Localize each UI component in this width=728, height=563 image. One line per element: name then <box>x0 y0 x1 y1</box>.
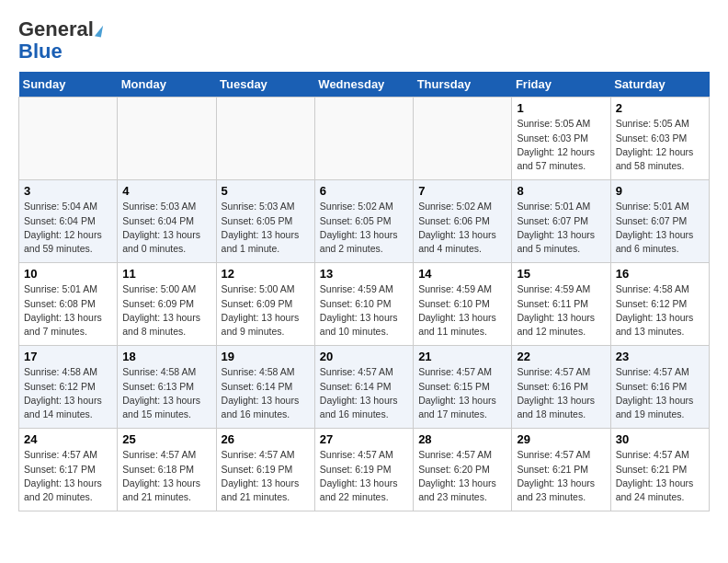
calendar-cell <box>216 98 314 180</box>
calendar-cell: 27Sunrise: 4:57 AM Sunset: 6:19 PM Dayli… <box>314 429 413 511</box>
day-info: Sunrise: 4:57 AM Sunset: 6:14 PM Dayligh… <box>320 365 408 421</box>
calendar-cell: 1Sunrise: 5:05 AM Sunset: 6:03 PM Daylig… <box>512 98 610 180</box>
calendar-cell: 25Sunrise: 4:57 AM Sunset: 6:18 PM Dayli… <box>118 429 216 511</box>
calendar-cell: 12Sunrise: 5:00 AM Sunset: 6:09 PM Dayli… <box>216 263 314 346</box>
day-info: Sunrise: 5:04 AM Sunset: 6:04 PM Dayligh… <box>24 200 112 256</box>
weekday-header: Sunday <box>19 72 118 98</box>
calendar-cell: 11Sunrise: 5:00 AM Sunset: 6:09 PM Dayli… <box>118 263 216 346</box>
weekday-header: Friday <box>512 72 610 98</box>
calendar-cell: 2Sunrise: 5:05 AM Sunset: 6:03 PM Daylig… <box>610 98 709 180</box>
weekday-header: Saturday <box>610 72 709 98</box>
day-number: 2 <box>616 101 704 115</box>
day-number: 12 <box>222 267 310 281</box>
calendar-cell: 8Sunrise: 5:01 AM Sunset: 6:07 PM Daylig… <box>512 180 610 263</box>
day-number: 17 <box>24 350 112 363</box>
day-number: 29 <box>517 432 605 446</box>
day-info: Sunrise: 5:05 AM Sunset: 6:03 PM Dayligh… <box>616 117 704 173</box>
day-info: Sunrise: 4:58 AM Sunset: 6:12 PM Dayligh… <box>616 282 704 339</box>
calendar-cell: 21Sunrise: 4:57 AM Sunset: 6:15 PM Dayli… <box>414 346 512 429</box>
calendar-cell: 16Sunrise: 4:58 AM Sunset: 6:12 PM Dayli… <box>610 263 709 346</box>
logo-general: General <box>18 18 102 40</box>
calendar-cell <box>19 98 118 180</box>
day-number: 9 <box>616 184 704 198</box>
calendar-cell: 7Sunrise: 5:02 AM Sunset: 6:06 PM Daylig… <box>414 180 512 263</box>
calendar-cell: 28Sunrise: 4:57 AM Sunset: 6:20 PM Dayli… <box>414 429 512 511</box>
calendar-cell: 20Sunrise: 4:57 AM Sunset: 6:14 PM Dayli… <box>314 346 413 429</box>
calendar-cell <box>314 98 413 180</box>
weekday-header: Wednesday <box>314 72 413 98</box>
day-info: Sunrise: 5:05 AM Sunset: 6:03 PM Dayligh… <box>517 117 605 173</box>
day-number: 24 <box>24 432 112 446</box>
calendar-cell: 29Sunrise: 4:57 AM Sunset: 6:21 PM Dayli… <box>512 429 610 511</box>
day-number: 22 <box>517 350 605 363</box>
calendar-cell <box>414 98 512 180</box>
day-number: 6 <box>320 184 408 198</box>
page-header: General Blue <box>18 18 710 63</box>
day-info: Sunrise: 4:59 AM Sunset: 6:11 PM Dayligh… <box>517 282 605 339</box>
calendar-cell: 24Sunrise: 4:57 AM Sunset: 6:17 PM Dayli… <box>19 429 118 511</box>
day-number: 25 <box>122 432 210 446</box>
weekday-header: Tuesday <box>216 72 314 98</box>
day-info: Sunrise: 4:57 AM Sunset: 6:16 PM Dayligh… <box>517 365 605 421</box>
calendar-table: SundayMondayTuesdayWednesdayThursdayFrid… <box>18 72 710 511</box>
day-info: Sunrise: 4:58 AM Sunset: 6:13 PM Dayligh… <box>122 365 210 421</box>
day-number: 18 <box>122 350 210 363</box>
day-number: 19 <box>222 350 310 363</box>
day-number: 13 <box>320 267 408 281</box>
day-info: Sunrise: 4:57 AM Sunset: 6:15 PM Dayligh… <box>418 365 506 421</box>
day-number: 7 <box>418 184 506 198</box>
calendar-cell <box>118 98 216 180</box>
calendar-cell: 15Sunrise: 4:59 AM Sunset: 6:11 PM Dayli… <box>512 263 610 346</box>
day-number: 28 <box>418 432 506 446</box>
day-info: Sunrise: 4:58 AM Sunset: 6:14 PM Dayligh… <box>222 365 310 421</box>
calendar-cell: 17Sunrise: 4:58 AM Sunset: 6:12 PM Dayli… <box>19 346 118 429</box>
calendar-cell: 23Sunrise: 4:57 AM Sunset: 6:16 PM Dayli… <box>610 346 709 429</box>
day-number: 20 <box>320 350 408 363</box>
calendar-cell: 4Sunrise: 5:03 AM Sunset: 6:04 PM Daylig… <box>118 180 216 263</box>
day-number: 4 <box>122 184 210 198</box>
day-info: Sunrise: 5:00 AM Sunset: 6:09 PM Dayligh… <box>222 282 310 339</box>
day-info: Sunrise: 5:01 AM Sunset: 6:08 PM Dayligh… <box>24 282 112 339</box>
calendar-cell: 19Sunrise: 4:58 AM Sunset: 6:14 PM Dayli… <box>216 346 314 429</box>
calendar-cell: 10Sunrise: 5:01 AM Sunset: 6:08 PM Dayli… <box>19 263 118 346</box>
day-info: Sunrise: 4:57 AM Sunset: 6:20 PM Dayligh… <box>418 448 506 504</box>
day-number: 1 <box>517 101 605 115</box>
day-number: 8 <box>517 184 605 198</box>
logo-blue: Blue <box>18 40 63 63</box>
day-info: Sunrise: 4:57 AM Sunset: 6:21 PM Dayligh… <box>616 448 704 504</box>
day-info: Sunrise: 4:57 AM Sunset: 6:18 PM Dayligh… <box>122 448 210 504</box>
day-info: Sunrise: 4:59 AM Sunset: 6:10 PM Dayligh… <box>320 282 408 339</box>
calendar-cell: 6Sunrise: 5:02 AM Sunset: 6:05 PM Daylig… <box>314 180 413 263</box>
day-number: 10 <box>24 267 112 281</box>
calendar-cell: 30Sunrise: 4:57 AM Sunset: 6:21 PM Dayli… <box>610 429 709 511</box>
day-number: 27 <box>320 432 408 446</box>
day-number: 30 <box>616 432 704 446</box>
day-info: Sunrise: 4:57 AM Sunset: 6:17 PM Dayligh… <box>24 448 112 504</box>
weekday-header: Thursday <box>414 72 512 98</box>
day-info: Sunrise: 5:01 AM Sunset: 6:07 PM Dayligh… <box>517 200 605 256</box>
day-number: 21 <box>418 350 506 363</box>
calendar-cell: 18Sunrise: 4:58 AM Sunset: 6:13 PM Dayli… <box>118 346 216 429</box>
day-info: Sunrise: 5:03 AM Sunset: 6:04 PM Dayligh… <box>122 200 210 256</box>
day-number: 5 <box>222 184 310 198</box>
calendar-cell: 14Sunrise: 4:59 AM Sunset: 6:10 PM Dayli… <box>414 263 512 346</box>
day-info: Sunrise: 5:02 AM Sunset: 6:05 PM Dayligh… <box>320 200 408 256</box>
day-info: Sunrise: 5:00 AM Sunset: 6:09 PM Dayligh… <box>122 282 210 339</box>
day-info: Sunrise: 4:57 AM Sunset: 6:21 PM Dayligh… <box>517 448 605 504</box>
day-number: 3 <box>24 184 112 198</box>
day-info: Sunrise: 5:01 AM Sunset: 6:07 PM Dayligh… <box>616 200 704 256</box>
day-number: 26 <box>222 432 310 446</box>
day-info: Sunrise: 5:03 AM Sunset: 6:05 PM Dayligh… <box>222 200 310 256</box>
calendar-cell: 26Sunrise: 4:57 AM Sunset: 6:19 PM Dayli… <box>216 429 314 511</box>
day-info: Sunrise: 4:57 AM Sunset: 6:19 PM Dayligh… <box>320 448 408 504</box>
day-info: Sunrise: 4:59 AM Sunset: 6:10 PM Dayligh… <box>418 282 506 339</box>
calendar-cell: 9Sunrise: 5:01 AM Sunset: 6:07 PM Daylig… <box>610 180 709 263</box>
day-number: 15 <box>517 267 605 281</box>
day-info: Sunrise: 4:58 AM Sunset: 6:12 PM Dayligh… <box>24 365 112 421</box>
calendar-cell: 13Sunrise: 4:59 AM Sunset: 6:10 PM Dayli… <box>314 263 413 346</box>
day-number: 23 <box>616 350 704 363</box>
day-number: 11 <box>122 267 210 281</box>
calendar-cell: 5Sunrise: 5:03 AM Sunset: 6:05 PM Daylig… <box>216 180 314 263</box>
day-info: Sunrise: 4:57 AM Sunset: 6:19 PM Dayligh… <box>222 448 310 504</box>
logo: General Blue <box>18 18 102 63</box>
